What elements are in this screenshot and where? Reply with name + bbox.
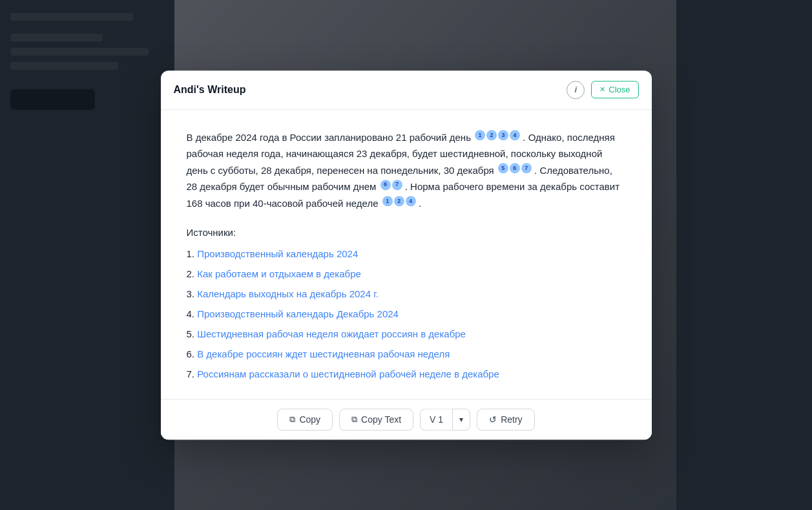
close-button[interactable]: ✕ Close: [591, 81, 638, 98]
copy-icon: ⧉: [289, 414, 295, 425]
cite-4b[interactable]: 4: [406, 196, 416, 206]
retry-icon: ↺: [489, 414, 497, 425]
cite-2[interactable]: 2: [486, 130, 497, 140]
text-part1: В декабре 2024 года в России запланирова…: [187, 132, 471, 143]
cite-1b[interactable]: 1: [382, 196, 393, 206]
copy-text-button[interactable]: ⧉ Copy Text: [339, 409, 413, 430]
retry-button[interactable]: ↺ Retry: [477, 409, 534, 430]
cite-group-2: 5 6 7: [498, 163, 532, 173]
version-dropdown-button[interactable]: ▾: [452, 409, 470, 430]
version-label: V 1: [430, 414, 443, 425]
copy-label: Copy: [299, 414, 320, 425]
source-item-5: 5. Шестидневная рабочая неделя ожидает р…: [187, 328, 626, 339]
copy-text-icon: ⧉: [351, 414, 357, 425]
source-item-3: 3. Календарь выходных на декабрь 2024 г.: [187, 288, 626, 299]
source-link-4[interactable]: Производственный календарь Декабрь 2024: [197, 308, 399, 319]
source-num-3: 3.: [187, 288, 198, 299]
close-x-icon: ✕: [599, 85, 605, 94]
version-group: V 1 ▾: [420, 409, 470, 430]
cite-4[interactable]: 4: [510, 130, 520, 140]
modal-header: Andi's Writeup i ✕ Close: [161, 70, 652, 110]
sources-list: 1. Производственный календарь 2024 2. Ка…: [187, 248, 626, 379]
cite-group-1: 1 2 3 4: [475, 130, 520, 140]
copy-button[interactable]: ⧉ Copy: [277, 409, 333, 430]
source-item-4: 4. Производственный календарь Декабрь 20…: [187, 308, 626, 319]
chevron-down-icon: ▾: [459, 415, 463, 424]
source-item-1: 1. Производственный календарь 2024: [187, 248, 626, 259]
main-text: В декабре 2024 года в России запланирова…: [187, 129, 626, 212]
cite-3[interactable]: 3: [498, 130, 508, 140]
source-link-2[interactable]: Как работаем и отдыхаем в декабре: [197, 268, 361, 279]
source-link-7[interactable]: Россиянам рассказали о шестидневной рабо…: [197, 368, 499, 379]
text-part5: .: [419, 198, 421, 209]
source-link-3[interactable]: Календарь выходных на декабрь 2024 г.: [197, 288, 379, 299]
close-label: Close: [609, 85, 630, 94]
cite-7b[interactable]: 7: [392, 180, 402, 190]
sources-label: Источники:: [187, 227, 626, 238]
cite-2b[interactable]: 2: [394, 196, 404, 206]
retry-label: Retry: [501, 414, 522, 425]
source-link-5[interactable]: Шестидневная рабочая неделя ожидает росс…: [197, 328, 466, 339]
modal-wrapper: Andi's Writeup i ✕ Close В декабре 2024 …: [161, 70, 652, 440]
copy-text-label: Copy Text: [361, 414, 401, 425]
source-num-5: 5.: [187, 328, 198, 339]
version-button[interactable]: V 1: [420, 409, 452, 430]
modal: Andi's Writeup i ✕ Close В декабре 2024 …: [161, 70, 652, 440]
source-item-7: 7. Россиянам рассказали о шестидневной р…: [187, 368, 626, 379]
source-link-6[interactable]: В декабре россиян ждет шестидневная рабо…: [197, 348, 450, 359]
cite-5[interactable]: 5: [498, 163, 508, 173]
cite-6b[interactable]: 6: [380, 180, 391, 190]
source-num-6: 6.: [187, 348, 198, 359]
cite-1[interactable]: 1: [475, 130, 485, 140]
source-item-2: 2. Как работаем и отдыхаем в декабре: [187, 268, 626, 279]
source-link-1[interactable]: Производственный календарь 2024: [197, 248, 358, 259]
info-button[interactable]: i: [567, 81, 585, 99]
cite-group-3: 6 7: [380, 180, 402, 190]
modal-title: Andi's Writeup: [174, 84, 246, 96]
cite-group-4: 1 2 4: [382, 196, 416, 206]
cite-7[interactable]: 7: [521, 163, 532, 173]
cite-6[interactable]: 6: [510, 163, 520, 173]
source-num-2: 2.: [187, 268, 198, 279]
source-num-1: 1.: [187, 248, 198, 259]
modal-body: В декабре 2024 года в России запланирова…: [161, 110, 652, 399]
modal-header-actions: i ✕ Close: [567, 81, 638, 99]
modal-footer: ⧉ Copy ⧉ Copy Text V 1 ▾ ↺ Retry: [161, 399, 652, 440]
source-item-6: 6. В декабре россиян ждет шестидневная р…: [187, 348, 626, 359]
source-num-4: 4.: [187, 308, 198, 319]
source-num-7: 7.: [187, 368, 198, 379]
